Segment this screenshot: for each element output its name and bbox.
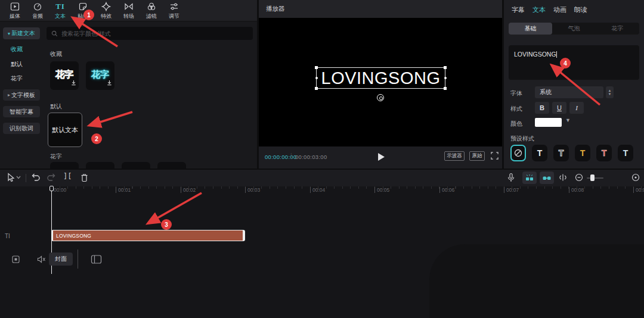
text-content-input[interactable]: LOVINGSONG xyxy=(509,45,639,80)
toolbar-tab-transition[interactable]: 转场 xyxy=(117,1,140,21)
subtab-bubble[interactable]: 气泡 xyxy=(552,23,596,35)
resize-handle[interactable] xyxy=(315,87,318,90)
video-preview[interactable]: LOVINGSONG xyxy=(259,18,502,146)
flower-text-tile[interactable] xyxy=(122,162,150,170)
subtab-huazi[interactable]: 花字 xyxy=(596,23,639,35)
select-tool-icon[interactable] xyxy=(6,173,15,182)
text-icon: TI xyxy=(49,1,72,12)
sidebar-item-smart-captions[interactable]: 智能字幕 xyxy=(3,106,40,117)
download-icon xyxy=(71,77,76,88)
playhead-handle[interactable] xyxy=(49,186,54,191)
step-badge-3: 3 xyxy=(161,219,172,230)
split-icon[interactable]: ][ xyxy=(63,172,72,180)
toolbar-tab-audio[interactable]: 音频 xyxy=(26,1,49,21)
player-controls: 00:00:00:00 | 00:00:03:00 示波器 原始 xyxy=(259,146,502,169)
resize-handle[interactable] xyxy=(315,77,318,79)
search-bar[interactable] xyxy=(47,27,253,40)
ruler-label: 00:08 xyxy=(569,187,584,193)
sidebar-item-default[interactable]: 默认 xyxy=(11,60,23,68)
preset-none-button[interactable] xyxy=(510,145,526,161)
sidebar-item-new-text[interactable]: ▾ 新建文本 xyxy=(3,27,40,39)
tab-captions[interactable]: 字幕 xyxy=(512,5,525,14)
underline-button[interactable]: U xyxy=(552,102,566,114)
scope-button[interactable]: 示波器 xyxy=(444,151,465,161)
mute-track-icon[interactable] xyxy=(37,255,46,263)
toolbar-tab-effects[interactable]: 特效 xyxy=(95,1,117,21)
bold-button[interactable]: B xyxy=(535,102,549,114)
sidebar-item-favorites[interactable]: 收藏 xyxy=(11,45,23,54)
chevron-down-icon[interactable] xyxy=(16,176,21,179)
ruler-label: 00:06 xyxy=(439,187,454,193)
italic-button[interactable]: I xyxy=(569,102,584,114)
preview-axis-icon[interactable] xyxy=(558,173,568,182)
record-voice-icon[interactable] xyxy=(507,173,515,183)
default-text-tile[interactable]: 默认文本 xyxy=(48,113,82,147)
font-spinner[interactable]: ▲▼ xyxy=(606,86,614,98)
color-swatch[interactable] xyxy=(535,118,562,127)
tab-reading[interactable]: 朗读 xyxy=(574,5,587,14)
sidebar-item-huazi[interactable]: 花字 xyxy=(11,74,23,83)
play-button[interactable] xyxy=(378,153,385,161)
chevron-down-icon[interactable]: ▼ xyxy=(565,117,571,123)
link-toggle[interactable] xyxy=(540,172,554,184)
text-clip[interactable]: LOVINGSONG xyxy=(51,230,245,241)
flower-text-tile[interactable] xyxy=(86,162,114,170)
resize-handle[interactable] xyxy=(444,66,447,69)
default-section-label: 默认 xyxy=(50,102,62,111)
zoom-slider-handle[interactable] xyxy=(590,174,595,181)
ruler-label: 00:05 xyxy=(374,187,389,193)
duration: 00:00:03:00 xyxy=(295,154,327,160)
redo-icon[interactable] xyxy=(47,173,56,182)
zoom-slider[interactable] xyxy=(587,177,603,179)
toolbar-tab-text[interactable]: TI 文本 xyxy=(49,1,72,21)
subtab-bar: 基础 气泡 花字 xyxy=(509,23,639,35)
preset-style-button[interactable]: T xyxy=(532,145,547,161)
flower-text-tile[interactable] xyxy=(157,162,186,170)
search-input[interactable] xyxy=(61,30,240,37)
sidebar-item-text-templates[interactable]: ▸ 文字模板 xyxy=(3,89,40,101)
resize-handle[interactable] xyxy=(444,77,447,79)
fit-timeline-icon[interactable] xyxy=(631,173,640,182)
preset-style-button[interactable]: T xyxy=(575,145,590,161)
text-track-label: TI xyxy=(5,233,10,239)
original-button[interactable]: 原始 xyxy=(469,151,485,161)
zoom-out-icon[interactable] xyxy=(574,173,584,182)
toolbar-tab-adjust[interactable]: 调节 xyxy=(163,1,185,21)
huazi-section-label: 花字 xyxy=(50,152,62,161)
main-track-placeholder-icon[interactable] xyxy=(91,254,102,264)
adjust-track-height-icon[interactable] xyxy=(12,255,20,263)
preset-style-button[interactable]: T xyxy=(553,145,569,161)
download-icon xyxy=(107,77,112,88)
delete-icon[interactable] xyxy=(80,173,89,182)
font-select[interactable]: 系统 xyxy=(535,86,603,98)
tab-text[interactable]: 文本 xyxy=(532,5,546,14)
toolbar-tab-filter[interactable]: 滤镜 xyxy=(140,1,163,21)
text-selection-box[interactable]: LOVINGSONG xyxy=(316,67,445,89)
ruler-label: 00:01 xyxy=(116,187,131,193)
resize-handle[interactable] xyxy=(444,87,447,90)
transition-icon xyxy=(117,1,140,12)
sidebar-item-lyrics-recognition[interactable]: 识别歌词 xyxy=(3,123,40,134)
flower-text-tile[interactable] xyxy=(50,162,79,170)
flower-text-tile-green[interactable]: 花字 xyxy=(50,61,79,90)
undo-icon[interactable] xyxy=(31,173,41,182)
style-label: 样式 xyxy=(510,105,522,113)
flower-text-tile-cyan[interactable]: 花字 xyxy=(86,61,114,90)
tab-animation[interactable]: 动画 xyxy=(553,5,566,14)
resize-handle[interactable] xyxy=(315,66,318,69)
preset-style-button[interactable]: T xyxy=(596,145,612,161)
media-icon xyxy=(4,1,26,12)
toolbar-tab-media[interactable]: 媒体 xyxy=(4,1,26,21)
text-cursor xyxy=(556,51,557,58)
time-divider: | xyxy=(290,152,292,159)
auto-snap-toggle[interactable] xyxy=(522,172,537,184)
rotate-handle-icon[interactable] xyxy=(377,94,384,101)
none-icon xyxy=(514,149,522,157)
fullscreen-icon[interactable] xyxy=(491,152,499,160)
cover-button[interactable]: 封面 xyxy=(49,252,73,266)
subtab-basic[interactable]: 基础 xyxy=(509,23,552,35)
preset-style-button[interactable]: T xyxy=(618,145,633,161)
track-header-divider xyxy=(78,250,78,269)
search-icon xyxy=(51,30,58,37)
preview-text[interactable]: LOVINGSONG xyxy=(317,68,445,88)
